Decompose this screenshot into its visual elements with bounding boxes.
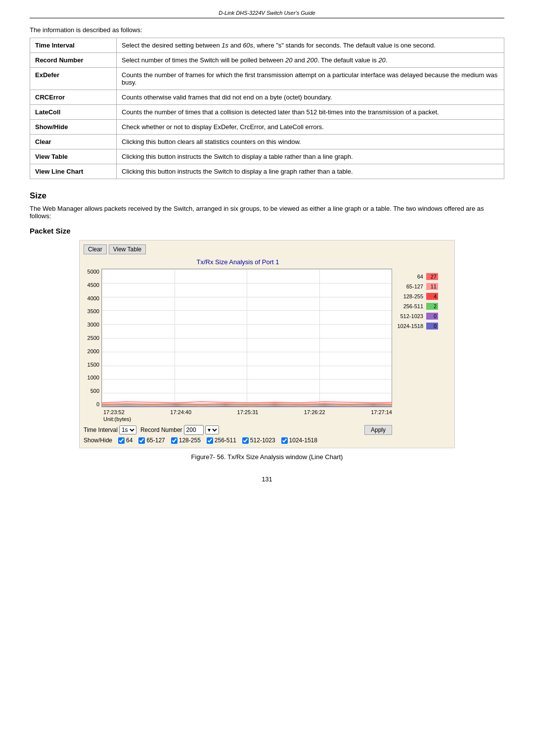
legend-value: 0 (426, 323, 438, 330)
table-desc: Counts otherwise valid frames that did n… (117, 90, 504, 105)
chart-line (102, 402, 392, 403)
legend-item: 65-12711 (396, 283, 450, 290)
v-grid-line (392, 269, 392, 407)
info-table: Time IntervalSelect the desired setting … (30, 38, 504, 179)
y-axis-label: 1500 (88, 362, 99, 368)
chart-container: Clear View Table Tx/Rx Size Analysis of … (79, 240, 455, 448)
page-header: D-Link DHS-3224V Switch User's Guide (30, 10, 504, 18)
table-desc: Clicking this button clears all statisti… (117, 135, 504, 149)
legend-item: 256-5112 (396, 303, 450, 310)
legend-label: 1024-1518 (396, 323, 423, 329)
record-number-select[interactable]: ▾ (205, 425, 219, 434)
packet-size-title: Packet Size (30, 227, 504, 235)
x-axis-label: 17:24:40 (170, 409, 191, 415)
legend-label: 64 (396, 274, 423, 280)
table-term: Record Number (30, 53, 117, 68)
record-number-input[interactable] (184, 425, 204, 435)
y-axis-label: 3000 (88, 322, 99, 328)
chart-line (102, 405, 392, 406)
show-hide-checkbox-label[interactable]: 64 (118, 437, 133, 444)
grid-line (102, 407, 392, 407)
chart-main: Tx/Rx Size Analysis of Port 1 5000450040… (84, 258, 392, 444)
table-desc: Counts the number of times that a collis… (117, 105, 504, 120)
chart-graph: 5000450040003500300025002000150010005000 (84, 269, 392, 407)
y-axis-label: 1000 (88, 375, 99, 380)
y-axis-label: 500 (90, 388, 99, 394)
x-axis-label: 17:27:14 (371, 409, 392, 415)
show-hide-checkbox-label[interactable]: 512-1023 (242, 437, 275, 444)
legend-label: 512-1023 (396, 313, 423, 319)
header-title: D-Link DHS-3224V Switch User's Guide (219, 10, 315, 16)
legend-value: 11 (426, 283, 438, 290)
legend-item: 1024-15180 (396, 323, 450, 330)
record-number-label: Record Number ▾ (140, 425, 219, 435)
time-interval-label: Time Interval 1s (84, 425, 136, 434)
table-desc: Clicking this button instructs the Switc… (117, 164, 504, 179)
show-hide-checkbox[interactable] (242, 437, 249, 444)
time-interval-select[interactable]: 1s (119, 425, 136, 434)
legend-item: 6427 (396, 273, 450, 280)
table-term: LateColl (30, 105, 117, 120)
show-hide-checkbox-label[interactable]: 128-255 (171, 437, 201, 444)
y-axis-label: 2500 (88, 335, 99, 341)
chart-title: Tx/Rx Size Analysis of Port 1 (84, 258, 392, 266)
chart-legend: 642765-12711128-2554256-5112512-10230102… (396, 258, 450, 444)
x-axis-label: 17:23:52 (103, 409, 125, 415)
y-axis-label: 4000 (88, 295, 99, 301)
show-hide-checkbox[interactable] (281, 437, 288, 444)
table-desc: Check whether or not to display ExDefer,… (117, 120, 504, 135)
legend-label: 256-511 (396, 303, 423, 309)
page-number: 131 (30, 475, 504, 483)
legend-item: 128-2554 (396, 293, 450, 300)
apply-button[interactable]: Apply (364, 425, 392, 435)
y-axis-label: 2000 (88, 348, 99, 354)
legend-label: 65-127 (396, 284, 423, 289)
table-term: View Line Chart (30, 164, 117, 179)
view-table-button[interactable]: View Table (109, 244, 146, 254)
y-axis-label: 4500 (88, 282, 99, 288)
legend-label: 128-255 (396, 293, 423, 299)
x-axis-label: 17:25:31 (237, 409, 259, 415)
legend-value: 0 (426, 313, 438, 320)
show-hide-row: Show/Hide 64 65-127 128-255 256-511 512-… (84, 437, 392, 444)
figure-caption: Figure7- 56. Tx/Rx Size Analysis window … (30, 453, 504, 461)
legend-value: 2 (426, 303, 438, 310)
show-hide-checkbox-label[interactable]: 1024-1518 (281, 437, 317, 444)
legend-value: 4 (426, 293, 438, 300)
y-axis-label: 5000 (88, 269, 99, 275)
legend-item: 512-10230 (396, 313, 450, 320)
table-term: Show/Hide (30, 120, 117, 135)
clear-button[interactable]: Clear (84, 244, 107, 254)
chart-line (102, 406, 392, 407)
table-term: Time Interval (30, 38, 117, 53)
show-hide-checkbox[interactable] (207, 437, 213, 444)
table-term: CRCError (30, 90, 117, 105)
size-section-desc: The Web Manager allows packets received … (30, 205, 504, 220)
chart-area: Tx/Rx Size Analysis of Port 1 5000450040… (84, 258, 450, 444)
y-axis-label: 3500 (88, 308, 99, 314)
show-hide-checkbox[interactable] (138, 437, 145, 444)
table-desc: Counts the number of frames for which th… (117, 68, 504, 90)
table-desc: Clicking this button instructs the Switc… (117, 149, 504, 164)
table-desc: Select the desired setting between 1s an… (117, 38, 504, 53)
chart-line (102, 403, 392, 404)
show-hide-checkbox[interactable] (171, 437, 178, 444)
y-axis-label: 0 (96, 401, 99, 407)
table-desc: Select number of times the Switch will b… (117, 53, 504, 68)
table-term: Clear (30, 135, 117, 149)
unit-label: Unit:(bytes) (84, 416, 392, 422)
show-hide-checkbox-label[interactable]: 65-127 (138, 437, 165, 444)
intro-text: The information is described as follows: (30, 26, 504, 34)
y-axis: 5000450040003500300025002000150010005000 (84, 269, 101, 407)
chart-plot (101, 269, 392, 407)
x-axis-label: 17:26:22 (304, 409, 325, 415)
show-hide-checkbox-label[interactable]: 256-511 (207, 437, 236, 444)
size-section-title: Size (30, 191, 504, 201)
table-term: ExDefer (30, 68, 117, 90)
x-axis: 17:23:5217:24:4017:25:3117:26:2217:27:14 (84, 409, 392, 415)
table-term: View Table (30, 149, 117, 164)
chart-toolbar: Clear View Table (84, 244, 450, 254)
chart-controls: Time Interval 1s Record Number ▾ Apply (84, 425, 392, 435)
show-hide-checkbox[interactable] (118, 437, 125, 444)
line-chart-svg (102, 269, 392, 407)
